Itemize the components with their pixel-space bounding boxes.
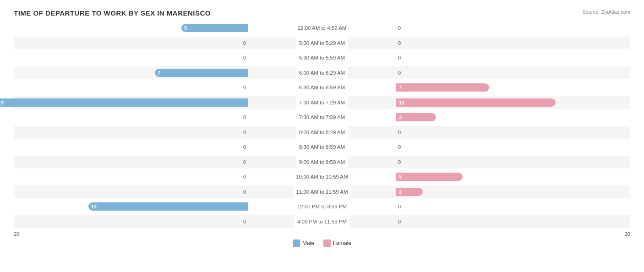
bar-female: 2 [396,188,423,196]
table-row: 12 12:00 PM to 3:59 PM 0 [14,200,630,213]
male-zero: 0 [243,219,246,224]
male-zero: 0 [243,130,246,135]
table-row: 0 7:30 AM to 7:59 AM 3 [14,111,630,124]
left-section: 0 [14,215,322,228]
right-section: 0 [322,22,630,34]
row-label: 7:30 AM to 7:59 AM [296,111,348,124]
male-value: 12 [91,204,245,209]
male-zero: 0 [243,55,246,60]
female-zero: 0 [398,204,401,209]
right-section: 7 [322,81,630,94]
table-row: 0 9:00 AM to 9:59 AM 0 [14,156,630,169]
male-zero: 0 [243,144,246,150]
row-label: 6:00 AM to 6:29 AM [296,66,348,79]
female-zero: 0 [398,130,401,135]
left-section: 0 [14,111,322,124]
bar-female: 5 [396,173,463,181]
female-value: 7 [399,85,486,90]
legend-male-label: Male [302,240,314,246]
right-section: 0 [322,215,630,228]
bar-female: 3 [396,113,436,121]
left-section: 7 [14,66,322,79]
x-axis-right: 20 [625,231,630,237]
left-section: 0 [14,51,322,64]
right-section: 3 [322,111,630,124]
right-section: 0 [322,37,630,49]
female-zero: 0 [398,70,401,76]
bar-rows: 5 12:00 AM to 4:59 AM 0 0 5:00 AM to 5:2… [14,21,630,229]
right-section: 2 [322,185,630,198]
right-section: 0 [322,51,630,64]
row-label: 4:00 PM to 11:59 PM [295,215,349,228]
left-section: 19 [14,96,322,109]
female-value: 12 [399,100,553,105]
female-zero: 0 [398,55,401,60]
male-value: 19 [0,100,245,105]
row-label: 5:00 AM to 5:29 AM [296,37,348,49]
male-zero: 0 [243,85,246,90]
male-zero: 0 [243,114,246,120]
chart-container: TIME OF DEPARTURE TO WORK BY SEX IN MARE… [0,0,644,272]
chart-area: 5 12:00 AM to 4:59 AM 0 0 5:00 AM to 5:2… [14,21,630,247]
legend-female-label: Female [333,240,351,246]
left-section: 0 [14,37,322,49]
table-row: 0 8:30 AM to 8:59 AM 0 [14,141,630,153]
table-row: 0 5:00 AM to 5:29 AM 0 [14,37,630,49]
bar-male: 12 [88,202,248,211]
table-row: 7 6:00 AM to 6:29 AM 0 [14,66,630,79]
right-section: 0 [322,200,630,213]
male-zero: 0 [243,159,246,165]
row-label: 10:00 AM to 10:59 AM [293,170,350,183]
bar-female: 7 [396,83,489,92]
row-label: 12:00 AM to 4:59 AM [295,22,349,34]
right-section: 0 [322,66,630,79]
right-section: 0 [322,141,630,153]
left-section: 12 [14,200,322,213]
female-zero: 0 [398,159,401,165]
left-section: 5 [14,22,322,34]
male-zero: 0 [243,189,246,195]
bar-male: 5 [181,24,248,32]
chart-title: TIME OF DEPARTURE TO WORK BY SEX IN MARE… [14,9,630,17]
right-section: 5 [322,170,630,183]
left-section: 0 [14,185,322,198]
row-label: 7:00 AM to 7:29 AM [296,96,348,109]
table-row: 0 5:30 AM to 5:59 AM 0 [14,51,630,64]
female-value: 3 [399,114,433,120]
row-label: 8:30 AM to 8:59 AM [296,141,348,153]
row-label: 9:00 AM to 9:59 AM [296,156,348,169]
right-section: 0 [322,126,630,139]
female-zero: 0 [398,25,401,31]
left-section: 0 [14,81,322,94]
table-row: 0 8:00 AM to 8:29 AM 0 [14,126,630,139]
bar-male: 7 [155,69,248,77]
left-section: 0 [14,170,322,183]
table-row: 0 10:00 AM to 10:59 AM 5 [14,170,630,183]
male-zero: 0 [243,40,246,46]
legend-male-box [293,239,300,247]
row-label: 6:30 AM to 6:59 AM [296,81,348,94]
row-label: 5:30 AM to 5:59 AM [296,51,348,64]
legend-female: Female [323,239,351,247]
x-axis-left: 20 [14,231,19,237]
row-label: 8:00 AM to 8:29 AM [296,126,348,139]
male-value: 7 [158,70,245,76]
source-text: Source: ZipAtlas.com [582,9,630,15]
right-section: 12 [322,96,630,109]
female-zero: 0 [398,219,401,224]
male-value: 5 [184,25,245,31]
bar-male: 19 [0,98,248,107]
legend-male: Male [293,239,314,247]
legend-female-box [323,239,331,247]
table-row: 0 6:30 AM to 6:59 AM 7 [14,81,630,94]
row-label: 12:00 PM to 3:59 PM [295,200,349,213]
female-value: 5 [399,174,460,180]
legend: Male Female [14,239,630,247]
table-row: 0 4:00 PM to 11:59 PM 0 [14,215,630,228]
bar-female: 12 [396,98,556,107]
right-section: 0 [322,156,630,169]
table-row: 5 12:00 AM to 4:59 AM 0 [14,22,630,34]
x-axis: 20 20 [14,231,630,237]
female-value: 2 [399,189,420,195]
left-section: 0 [14,156,322,169]
